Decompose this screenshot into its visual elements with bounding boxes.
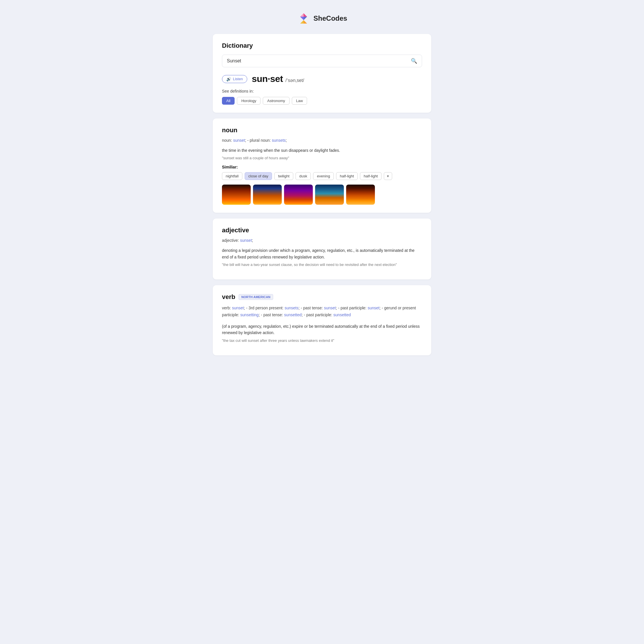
adjective-meta: adjective: sunset;: [222, 238, 422, 243]
category-filters: All Horology Astronomy Law: [222, 97, 422, 105]
sunset-image-1: [222, 185, 251, 205]
tag-nightfall[interactable]: nightfall: [222, 172, 242, 180]
tag-twilight[interactable]: twilight: [274, 172, 293, 180]
tag-close-of-day[interactable]: close of day: [245, 172, 272, 180]
noun-meta: noun: sunset; - plural noun: sunsets;: [222, 138, 422, 143]
north-american-badge: NORTH AMERICAN: [239, 294, 273, 300]
search-input[interactable]: [227, 58, 411, 64]
tag-half-light-1[interactable]: half-light: [336, 172, 358, 180]
sunset-image-2: [253, 185, 282, 205]
adjective-definition: denoting a legal provision under which a…: [222, 247, 422, 260]
gerund-link[interactable]: sunsetting: [240, 313, 259, 317]
adjective-section-card: adjective adjective: sunset; denoting a …: [213, 219, 431, 279]
sunset-image-5: [346, 185, 375, 205]
noun-meta-prefix: noun:: [222, 138, 232, 143]
verb-label: verb: [222, 293, 235, 301]
svg-marker-1: [300, 13, 304, 17]
listen-button[interactable]: 🔊 Listen: [222, 75, 247, 83]
tag-evening[interactable]: evening: [313, 172, 334, 180]
noun-section-card: noun noun: sunset; - plural noun: sunset…: [213, 118, 431, 213]
adjective-example: "the bill will have a two-year sunset cl…: [222, 262, 422, 267]
svg-marker-2: [300, 17, 304, 20]
verb-sep5: ; - past tense:: [259, 313, 283, 317]
noun-meta-sep: ; - plural noun:: [245, 138, 271, 143]
noun-label: noun: [222, 127, 422, 134]
speaker-icon: 🔊: [226, 77, 231, 81]
noun-definition: the time in the evening when the sun dis…: [222, 147, 422, 154]
verb-sep1: ; - 3rd person present:: [244, 306, 283, 310]
category-astronomy[interactable]: Astronomy: [263, 97, 289, 105]
category-all[interactable]: All: [222, 97, 235, 105]
verb-word-link[interactable]: sunset: [232, 306, 244, 310]
search-box: 🔍: [222, 55, 422, 67]
verb-sep6: ; - past participle:: [302, 313, 332, 317]
noun-word-link[interactable]: sunset: [233, 138, 245, 143]
tag-half-light-2[interactable]: half-light: [360, 172, 382, 180]
sunset-images: [222, 185, 422, 205]
shecodes-logo-icon: [297, 11, 311, 25]
noun-plural-link[interactable]: sunsets: [272, 138, 286, 143]
dictionary-card: Dictionary 🔍 🔊 Listen sun·set /ˈsənˌset/…: [213, 34, 431, 113]
expand-tags-button[interactable]: ▾: [384, 172, 392, 180]
verb-sep3: ; - past participle:: [336, 306, 367, 310]
word-text: sun·set: [252, 74, 283, 84]
verb-definition: (of a program, agency, regulation, etc.)…: [222, 323, 422, 336]
svg-marker-0: [304, 13, 307, 17]
verb-example: "the tax cut will sunset after three yea…: [222, 338, 422, 343]
verb-meta-prefix: verb:: [222, 306, 231, 310]
see-definitions-label: See definitions in:: [222, 89, 422, 93]
verb-label-row: verb NORTH AMERICAN: [222, 293, 422, 301]
logo-text: SheCodes: [313, 14, 347, 22]
third-person-link[interactable]: sunsets: [285, 306, 298, 310]
word-row: 🔊 Listen sun·set /ˈsənˌset/: [222, 74, 422, 84]
verb-meta: verb: sunset; - 3rd person present: suns…: [222, 305, 422, 319]
similar-tags: nightfall close of day twilight dusk eve…: [222, 172, 422, 180]
adj-meta-end: ;: [252, 238, 253, 243]
logo-area: SheCodes: [6, 11, 638, 25]
sunset-image-4: [315, 185, 344, 205]
svg-marker-4: [300, 20, 304, 24]
category-horology[interactable]: Horology: [237, 97, 260, 105]
svg-marker-3: [304, 17, 307, 20]
noun-example: "sunset was still a couple of hours away…: [222, 156, 422, 160]
similar-label: Similiar:: [222, 165, 422, 169]
past-participle-link[interactable]: sunset: [368, 306, 379, 310]
sunset-image-3: [284, 185, 313, 205]
past-tense-link[interactable]: sunset: [324, 306, 336, 310]
noun-meta-end: ;: [286, 138, 287, 143]
category-law[interactable]: Law: [292, 97, 307, 105]
tag-dusk[interactable]: dusk: [296, 172, 311, 180]
pronunciation: /ˈsənˌset/: [285, 78, 304, 83]
verb-sep2: ; - past tense:: [298, 306, 323, 310]
verb-section-card: verb NORTH AMERICAN verb: sunset; - 3rd …: [213, 285, 431, 355]
search-icon[interactable]: 🔍: [411, 58, 417, 64]
listen-label: Listen: [233, 77, 243, 81]
page-title: Dictionary: [222, 42, 422, 49]
svg-marker-5: [304, 20, 307, 24]
adj-word-link[interactable]: sunset: [240, 238, 252, 243]
past-participle2-link[interactable]: sunsetted: [333, 313, 351, 317]
adjective-label: adjective: [222, 227, 422, 234]
past-tense2-link[interactable]: sunsetted: [284, 313, 302, 317]
adj-meta-prefix: adjective:: [222, 238, 239, 243]
word-display: sun·set /ˈsənˌset/: [252, 74, 304, 84]
